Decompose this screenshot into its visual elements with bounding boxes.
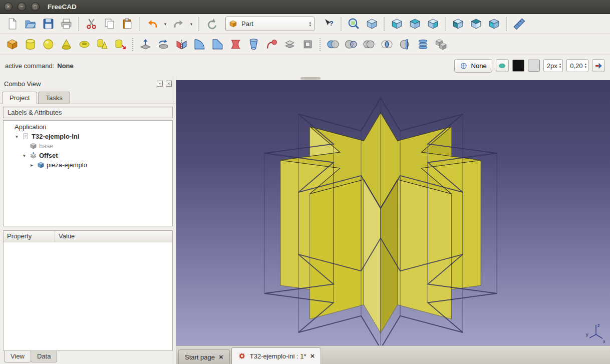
part-box-button[interactable]	[3, 37, 21, 53]
undo-dropdown[interactable]: ▾	[161, 16, 169, 32]
new-document-button[interactable]	[3, 16, 21, 32]
part-compound-button[interactable]	[432, 37, 450, 53]
close-tab-icon[interactable]: ×	[219, 353, 223, 360]
new-document-icon	[6, 18, 19, 30]
part-extrude-icon	[139, 38, 152, 51]
clipping-button[interactable]	[592, 59, 605, 72]
part-primitives-button[interactable]	[93, 37, 111, 53]
star-solid-and-offset-wireframe[interactable]	[176, 80, 610, 345]
point-size-value: 0,20	[570, 62, 582, 70]
close-tab-icon[interactable]: ×	[310, 352, 315, 359]
open-folder-button[interactable]	[21, 16, 39, 32]
draw-style-icon	[460, 62, 468, 70]
part-extrude-button[interactable]	[136, 37, 154, 53]
tree-item-t32-ejemplo-ini[interactable]: ▾T32-ejemplo-ini	[5, 132, 171, 141]
workbench-selected-label: Part	[241, 20, 305, 28]
tree-item-application[interactable]: Application	[5, 122, 171, 132]
left-view-button[interactable]	[485, 16, 503, 32]
texture-button[interactable]	[496, 59, 509, 72]
part-loft-button[interactable]	[244, 37, 262, 53]
panel-float-icon[interactable]: ▫	[157, 81, 163, 87]
refresh-button[interactable]	[202, 16, 220, 32]
axonometric-view-button[interactable]	[363, 16, 381, 32]
line-color-swatch[interactable]	[512, 60, 524, 72]
part-revolve-button[interactable]	[154, 37, 172, 53]
tree-item-offset[interactable]: ▾Offset	[5, 151, 171, 160]
save-document-button[interactable]	[39, 16, 57, 32]
panel-close-icon[interactable]: ×	[166, 81, 172, 87]
3d-viewport[interactable]: z y x	[176, 80, 610, 345]
tab-project[interactable]: Project	[2, 92, 37, 104]
part-union-button[interactable]	[360, 37, 378, 53]
part-section-icon	[399, 38, 411, 51]
part-intersection-icon	[381, 38, 393, 51]
part-sweep-button[interactable]	[262, 37, 280, 53]
expander-closed-icon[interactable]: ▸	[29, 162, 35, 168]
rear-view-button[interactable]	[449, 16, 467, 32]
measure-distance-button[interactable]	[510, 16, 528, 32]
chevron-down-icon: ▾	[164, 22, 167, 27]
face-color-swatch[interactable]	[528, 60, 540, 72]
property-table-body[interactable]	[4, 242, 172, 350]
draw-style-button[interactable]: None	[454, 59, 492, 73]
part-torus-button[interactable]	[75, 37, 93, 53]
copy-button[interactable]	[100, 16, 118, 32]
point-size-spinner-arrows[interactable]: ▴▾	[584, 63, 586, 69]
part-intersection-button[interactable]	[378, 37, 396, 53]
document-tab-start-page[interactable]: Start page×	[178, 349, 230, 364]
workbench-selector[interactable]: Part ▴▾	[225, 17, 315, 31]
front-view-button[interactable]	[388, 16, 406, 32]
svg-text:?: ?	[329, 20, 333, 27]
cut-icon	[85, 18, 98, 30]
point-size-spinner[interactable]: 0,20 ▴▾	[566, 59, 588, 72]
undo-button[interactable]	[143, 16, 161, 32]
property-table-header: PropertyValue	[4, 231, 172, 242]
part-section-button[interactable]	[396, 37, 414, 53]
cut-button[interactable]	[82, 16, 100, 32]
right-view-button[interactable]	[424, 16, 442, 32]
part-cut-button[interactable]	[342, 37, 360, 53]
top-view-button[interactable]	[406, 16, 424, 32]
paste-icon	[121, 18, 134, 30]
part-sphere-button[interactable]	[39, 37, 57, 53]
tree-item-pieza-ejemplo[interactable]: ▸pieza-ejemplo	[5, 160, 171, 170]
whats-this-button[interactable]: ?	[320, 16, 338, 32]
tree-item-base[interactable]: base	[5, 141, 171, 151]
part-sweep-icon	[265, 38, 278, 51]
chevron-down-icon: ▾	[190, 22, 193, 27]
window-close-button[interactable]: ×	[4, 3, 13, 11]
viewport-top-strip	[176, 76, 610, 80]
part-cone-button[interactable]	[57, 37, 75, 53]
expander-open-icon[interactable]: ▾	[14, 134, 20, 139]
splitter-handle[interactable]	[300, 77, 321, 80]
part-fillet-button[interactable]	[190, 37, 208, 53]
line-width-spinner[interactable]: 2px ▴▾	[543, 59, 563, 72]
part-ruled-surface-button[interactable]	[226, 37, 244, 53]
part-shape-builder-button[interactable]	[111, 37, 129, 53]
part-offset-button[interactable]	[280, 37, 298, 53]
paste-button[interactable]	[118, 16, 136, 32]
bottom-view-button[interactable]	[467, 16, 485, 32]
redo-dropdown[interactable]: ▾	[187, 16, 195, 32]
property-column-property[interactable]: Property	[4, 231, 55, 242]
window-maximize-button[interactable]: □	[31, 3, 40, 11]
window-minimize-button[interactable]: −	[18, 3, 26, 11]
part-mirror-button[interactable]	[172, 37, 190, 53]
part-boolean-button[interactable]	[324, 37, 342, 53]
redo-button[interactable]	[169, 16, 187, 32]
line-width-spinner-arrows[interactable]: ▴▾	[559, 63, 561, 69]
tab-data[interactable]: Data	[31, 351, 57, 362]
expander-open-icon[interactable]: ▾	[21, 153, 28, 158]
part-thickness-button[interactable]	[298, 37, 317, 53]
measure-distance-icon	[513, 18, 525, 30]
offset-icon	[30, 152, 37, 159]
tab-view[interactable]: View	[4, 351, 31, 362]
property-column-value[interactable]: Value	[55, 231, 172, 242]
fit-all-button[interactable]	[345, 16, 363, 32]
part-chamfer-button[interactable]	[208, 37, 226, 53]
print-document-button[interactable]	[57, 16, 75, 32]
part-cylinder-button[interactable]	[21, 37, 39, 53]
tab-tasks[interactable]: Tasks	[38, 92, 70, 104]
document-tab-t32-ejemplo-ini-1-[interactable]: T32-ejemplo-ini : 1*×	[231, 347, 321, 364]
part-cross-sections-button[interactable]	[414, 37, 432, 53]
